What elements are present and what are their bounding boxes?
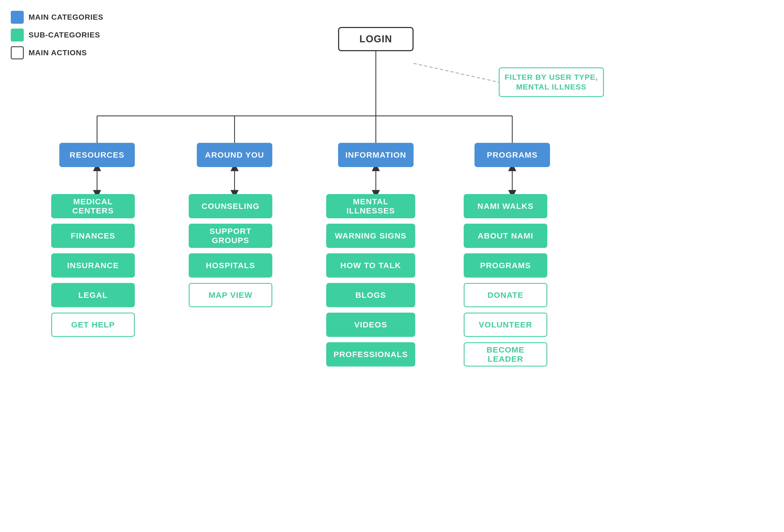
warning-signs-label: WARNING SIGNS <box>335 231 407 240</box>
get-help-node[interactable]: GET HELP <box>51 313 135 337</box>
medical-centers-label: MEDICAL CENTERS <box>56 197 131 215</box>
login-node[interactable]: LOGIN <box>338 27 414 51</box>
professionals-label: PROFESSIONALS <box>334 350 408 359</box>
counseling-label: COUNSELING <box>201 202 259 211</box>
resources-label: RESOURCES <box>69 150 124 159</box>
donate-label: DONATE <box>487 291 523 300</box>
legend-white-box <box>11 46 24 59</box>
how-to-talk-label: HOW TO TALK <box>340 261 401 270</box>
programs-sub-node[interactable]: PROGRAMS <box>464 253 547 277</box>
around-you-label: AROUND YOU <box>205 150 264 159</box>
legend-green-box <box>11 29 24 41</box>
finances-node[interactable]: FINANCES <box>51 224 135 248</box>
around-you-node[interactable]: AROUND YOU <box>197 143 272 167</box>
blogs-label: BLOGS <box>355 291 386 300</box>
programs-main-label: PROGRAMS <box>487 150 538 159</box>
become-leader-label: BECOME LEADER <box>469 345 542 363</box>
svg-line-6 <box>414 63 499 82</box>
legend-main-categories-label: MAIN CATEGORIES <box>29 13 103 22</box>
legend-sub-categories: SUB-CATEGORIES <box>11 29 103 41</box>
volunteer-node[interactable]: VOLUNTEER <box>464 313 547 337</box>
blogs-node[interactable]: BLOGS <box>326 283 415 307</box>
filter-node[interactable]: FILTER BY USER TYPE,MENTAL ILLNESS <box>499 67 604 97</box>
how-to-talk-node[interactable]: HOW TO TALK <box>326 253 415 277</box>
legend-sub-categories-label: SUB-CATEGORIES <box>29 31 100 39</box>
hospitals-node[interactable]: HOSPITALS <box>189 253 272 277</box>
insurance-label: INSURANCE <box>67 261 119 270</box>
nami-walks-node[interactable]: NAMI WALKS <box>464 194 547 218</box>
nami-walks-label: NAMI WALKS <box>477 202 534 211</box>
donate-node[interactable]: DONATE <box>464 283 547 307</box>
finances-label: FINANCES <box>71 231 115 240</box>
legal-node[interactable]: LEGAL <box>51 283 135 307</box>
get-help-label: GET HELP <box>71 320 115 329</box>
mental-illnesses-node[interactable]: MENTAL ILLNESSES <box>326 194 415 218</box>
support-groups-node[interactable]: SUPPORT GROUPS <box>189 224 272 248</box>
programs-main-node[interactable]: PROGRAMS <box>475 143 550 167</box>
support-groups-label: SUPPORT GROUPS <box>193 227 268 245</box>
become-leader-node[interactable]: BECOME LEADER <box>464 342 547 366</box>
legal-label: LEGAL <box>78 291 108 300</box>
warning-signs-node[interactable]: WARNING SIGNS <box>326 224 415 248</box>
videos-node[interactable]: VIDEOS <box>326 313 415 337</box>
medical-centers-node[interactable]: MEDICAL CENTERS <box>51 194 135 218</box>
videos-label: VIDEOS <box>354 320 387 329</box>
filter-label: FILTER BY USER TYPE,MENTAL ILLNESS <box>505 72 598 92</box>
legend-main-categories: MAIN CATEGORIES <box>11 11 103 24</box>
legend: MAIN CATEGORIES SUB-CATEGORIES MAIN ACTI… <box>11 11 103 59</box>
insurance-node[interactable]: INSURANCE <box>51 253 135 277</box>
legend-main-actions-label: MAIN ACTIONS <box>29 49 87 57</box>
map-view-node[interactable]: MAP VIEW <box>189 283 272 307</box>
volunteer-label: VOLUNTEER <box>479 320 532 329</box>
about-nami-label: ABOUT NAMI <box>478 231 534 240</box>
professionals-node[interactable]: PROFESSIONALS <box>326 342 415 366</box>
information-node[interactable]: INFORMATION <box>338 143 414 167</box>
about-nami-node[interactable]: ABOUT NAMI <box>464 224 547 248</box>
information-label: INFORMATION <box>345 150 406 159</box>
legend-main-actions: MAIN ACTIONS <box>11 46 103 59</box>
mental-illnesses-label: MENTAL ILLNESSES <box>331 197 411 215</box>
counseling-node[interactable]: COUNSELING <box>189 194 272 218</box>
resources-node[interactable]: RESOURCES <box>59 143 135 167</box>
map-view-label: MAP VIEW <box>208 291 252 300</box>
programs-sub-label: PROGRAMS <box>480 261 531 270</box>
login-label: LOGIN <box>359 33 392 45</box>
hospitals-label: HOSPITALS <box>206 261 255 270</box>
legend-blue-box <box>11 11 24 24</box>
